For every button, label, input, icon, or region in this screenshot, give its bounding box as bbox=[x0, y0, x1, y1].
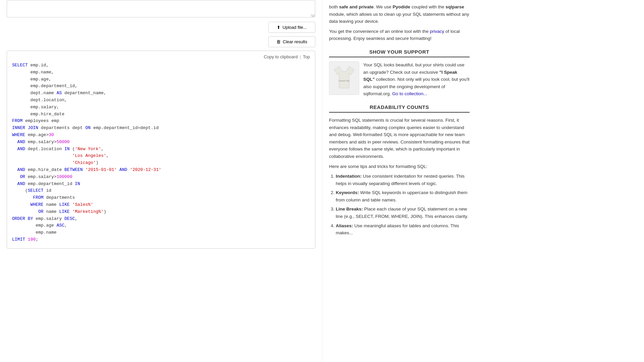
top-link[interactable]: Top bbox=[303, 54, 310, 59]
support-title: SHOW YOUR SUPPORT bbox=[329, 49, 470, 57]
support-text: Your SQL looks beautiful, but your shirt… bbox=[363, 61, 470, 98]
support-section: SHOW YOUR SUPPORT I Speak SQL Your SQL l… bbox=[329, 49, 470, 98]
tip-aliases-label: Aliases: bbox=[336, 223, 353, 228]
clear-results-button[interactable]: 🗑 Clear results bbox=[268, 36, 315, 47]
sidebar: both safe and private. We use Pyodide co… bbox=[322, 0, 476, 362]
toolbar-separator: | bbox=[300, 54, 301, 59]
privacy-text-1: both safe and private. We use Pyodide co… bbox=[329, 3, 470, 25]
tip-indentation-label: Indentation: bbox=[336, 174, 362, 179]
tip-linebreaks: Line Breaks: Place each clause of your S… bbox=[336, 205, 470, 220]
copy-to-clipboard-link[interactable]: Copy to clipboard bbox=[264, 54, 298, 59]
support-collection-link[interactable]: Go to collection... bbox=[392, 91, 427, 96]
action-buttons: ⬆ Upload file... 🗑 Clear results bbox=[7, 22, 315, 47]
upload-file-button[interactable]: ⬆ Upload file... bbox=[268, 22, 315, 33]
support-quote: "I Speak SQL" bbox=[363, 70, 457, 82]
privacy-bold-safe: safe and private bbox=[339, 4, 374, 9]
tip-aliases: Aliases: Use meaningful aliases for tabl… bbox=[336, 222, 470, 237]
tip-linebreaks-label: Line Breaks: bbox=[336, 206, 363, 212]
readability-section: READABILITY COUNTS Formatting SQL statem… bbox=[329, 104, 470, 237]
readability-intro: Formatting SQL statements is crucial for… bbox=[329, 117, 470, 160]
privacy-link[interactable]: privacy bbox=[430, 29, 444, 34]
privacy-bold-sqlparse: sqlparse bbox=[445, 4, 464, 9]
sql-textarea[interactable] bbox=[7, 0, 315, 17]
tshirt-image: I Speak SQL bbox=[329, 61, 359, 95]
readability-list: Indentation: Use consistent indentation … bbox=[329, 173, 470, 237]
readability-tips-intro: Here are some tips and tricks for format… bbox=[329, 163, 470, 170]
resize-handle: ⠿ bbox=[311, 14, 315, 18]
tshirt-svg: I Speak SQL bbox=[331, 65, 358, 92]
support-content: I Speak SQL Your SQL looks beautiful, bu… bbox=[329, 61, 470, 98]
result-toolbar: Copy to clipboard | Top bbox=[12, 54, 310, 59]
sql-output: SELECT emp.id, emp.name, emp.age, emp.de… bbox=[12, 62, 310, 243]
svg-text:I Speak SQL: I Speak SQL bbox=[338, 80, 350, 82]
clear-label: Clear results bbox=[283, 39, 307, 44]
result-container: Copy to clipboard | Top SELECT emp.id, e… bbox=[7, 51, 315, 249]
tip-keywords: Keywords: Write SQL keywords in uppercas… bbox=[336, 189, 470, 203]
clear-icon: 🗑 bbox=[276, 39, 281, 44]
tip-keywords-label: Keywords: bbox=[336, 190, 359, 195]
tip-aliases-text: Use meaningful aliases for tables and co… bbox=[336, 223, 459, 236]
sql-input-container: ⠿ bbox=[7, 0, 315, 18]
upload-label: Upload file... bbox=[282, 25, 307, 30]
privacy-bold-pyodide: Pyodide bbox=[393, 4, 411, 9]
readability-title: READABILITY COUNTS bbox=[329, 104, 470, 113]
svg-marker-0 bbox=[334, 66, 354, 88]
tip-indentation: Indentation: Use consistent indentation … bbox=[336, 173, 470, 187]
upload-icon: ⬆ bbox=[277, 25, 280, 30]
privacy-text-2: You get the convenience of an online too… bbox=[329, 28, 470, 42]
privacy-section: both safe and private. We use Pyodide co… bbox=[329, 3, 470, 42]
